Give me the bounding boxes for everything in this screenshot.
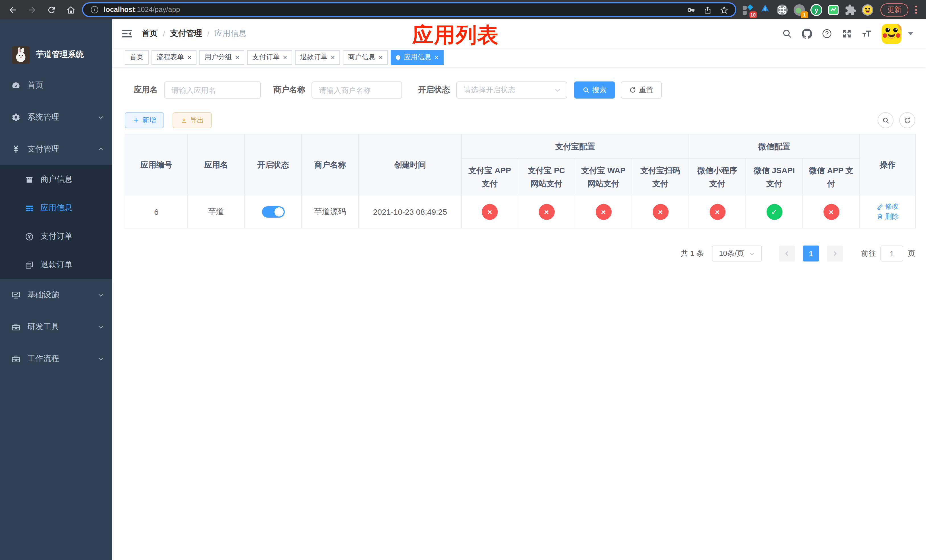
sidebar-item-infrastructure[interactable]: 基础设施	[0, 279, 112, 311]
tab-close-icon[interactable]: ×	[331, 54, 335, 61]
back-icon[interactable]	[5, 2, 21, 18]
tab-refund-orders[interactable]: 退款订单×	[295, 50, 340, 65]
tab-close-icon[interactable]: ×	[188, 54, 191, 61]
apps-table: 应用编号 应用名 开启状态 商户名称 创建时间 支付宝配置 微信配置 操作 支付…	[125, 134, 916, 229]
extension-recorder-icon[interactable]: 1	[793, 4, 805, 16]
refresh-icon	[629, 86, 636, 94]
sidebar-collapse-icon[interactable]	[121, 28, 133, 39]
alipay-wap-status-icon[interactable]: ×	[595, 204, 611, 219]
wechat-app-status-icon[interactable]: ×	[823, 204, 839, 219]
extension-chat-icon[interactable]	[828, 4, 840, 16]
sidebar-item-payment[interactable]: 支付管理	[0, 133, 112, 165]
search-icon[interactable]	[782, 29, 792, 39]
filter-form: 应用名 商户名称 开启状态 请选择开启状态 搜索 重置	[125, 82, 915, 98]
breadcrumb-home[interactable]: 首页	[142, 29, 158, 39]
toggle-search-button[interactable]	[878, 112, 894, 128]
search-button[interactable]: 搜索	[574, 82, 615, 98]
alipay-pc-status-icon[interactable]: ×	[539, 204, 554, 219]
forward-icon[interactable]	[24, 2, 40, 18]
tab-process-form[interactable]: 流程表单×	[151, 50, 197, 65]
browser-menu-icon[interactable]	[911, 6, 921, 14]
home-icon[interactable]	[63, 2, 79, 18]
fullscreen-icon[interactable]	[842, 29, 852, 39]
tab-close-icon[interactable]: ×	[283, 54, 287, 61]
col-alipay-wap: 支付宝 WAP 网站支付	[575, 159, 632, 195]
reload-icon[interactable]	[43, 2, 59, 18]
password-key-icon[interactable]	[687, 5, 695, 14]
cell-created: 2021-10-23 08:49:25	[359, 195, 461, 228]
refresh-table-button[interactable]	[899, 112, 915, 128]
extension-command-icon[interactable]	[776, 4, 788, 16]
avatar-caret-icon[interactable]	[908, 32, 914, 35]
coin-yen-icon	[25, 232, 33, 241]
tabs-bar: 首页 流程表单× 用户分组× 支付订单× 退款订单× 商户信息× 应用信息×	[112, 48, 926, 67]
browser-extensions: 10 1 y	[742, 4, 874, 16]
sidebar-item-refund-orders[interactable]: 退款订单	[0, 251, 112, 279]
wechat-mini-status-icon[interactable]: ×	[709, 204, 725, 219]
alipay-app-status-icon[interactable]: ×	[482, 204, 498, 219]
sidebar-item-pay-orders[interactable]: 支付订单	[0, 222, 112, 251]
tab-merchant-info[interactable]: 商户信息×	[343, 50, 388, 65]
sidebar-item-system[interactable]: 系统管理	[0, 101, 112, 133]
tab-pay-orders[interactable]: 支付订单×	[247, 50, 292, 65]
tab-close-icon[interactable]: ×	[235, 54, 239, 61]
site-info-icon[interactable]	[90, 5, 99, 14]
add-button[interactable]: 新增	[125, 112, 164, 128]
tab-home[interactable]: 首页	[125, 50, 149, 65]
table-toolbar: 新增 导出	[125, 112, 915, 128]
col-alipay-qr: 支付宝扫码支付	[632, 159, 689, 195]
wechat-jsapi-status-icon[interactable]: ✓	[766, 204, 782, 219]
pagination-total: 共 1 条	[681, 248, 704, 259]
sidebar-item-label: 研发工具	[27, 322, 97, 332]
tab-close-icon[interactable]: ×	[434, 54, 439, 61]
breadcrumb-separator: /	[163, 29, 165, 38]
extension-y-icon[interactable]: y	[810, 4, 822, 16]
chevron-left-icon	[784, 250, 790, 257]
bookmark-star-icon[interactable]	[720, 5, 728, 14]
breadcrumb-payment[interactable]: 支付管理	[170, 29, 202, 39]
sidebar-item-merchant-info[interactable]: 商户信息	[0, 165, 112, 194]
dashboard-icon	[11, 81, 21, 90]
sidebar-item-workflow[interactable]: 工作流程	[0, 343, 112, 375]
delete-link[interactable]: 删除	[876, 212, 899, 221]
reset-button[interactable]: 重置	[621, 82, 662, 98]
extension-puzzle-icon[interactable]	[844, 4, 856, 16]
address-bar[interactable]: localhost:1024/pay/app	[82, 2, 736, 17]
page-size-select[interactable]: 10条/页	[712, 245, 762, 262]
app-logo-row[interactable]: 芋道管理系统	[0, 20, 112, 70]
edit-pencil-icon	[876, 203, 883, 210]
help-icon[interactable]	[822, 29, 832, 39]
extension-emoji-icon[interactable]	[862, 4, 874, 16]
sidebar-item-app-info[interactable]: 应用信息	[0, 194, 112, 222]
merchant-name-input[interactable]	[319, 86, 395, 94]
edit-link[interactable]: 修改	[876, 202, 899, 211]
reset-button-label: 重置	[639, 85, 653, 95]
font-size-icon[interactable]	[862, 29, 872, 39]
user-avatar[interactable]	[882, 24, 902, 44]
sidebar-submenu-payment: 商户信息 应用信息 支付订单 退款订单	[0, 165, 112, 279]
enabled-toggle[interactable]	[262, 206, 284, 217]
monitor-chart-icon	[11, 291, 21, 300]
sidebar-item-dev-tools[interactable]: 研发工具	[0, 311, 112, 343]
tab-app-info[interactable]: 应用信息×	[391, 50, 443, 65]
goto-page-input[interactable]	[881, 245, 903, 262]
tab-label: 商户信息	[348, 52, 375, 62]
sidebar-item-home[interactable]: 首页	[0, 70, 112, 101]
status-select[interactable]: 请选择开启状态	[456, 82, 567, 98]
export-button[interactable]: 导出	[172, 112, 212, 128]
github-icon[interactable]	[802, 29, 812, 39]
extension-kite-icon[interactable]	[759, 4, 771, 16]
prev-page-button[interactable]	[779, 245, 795, 262]
tab-user-group[interactable]: 用户分组×	[199, 50, 244, 65]
page-number-1[interactable]: 1	[803, 245, 819, 262]
alipay-qr-status-icon[interactable]: ×	[652, 204, 668, 219]
extension-blocks-icon[interactable]: 10	[742, 4, 754, 16]
share-icon[interactable]	[703, 5, 712, 14]
delete-link-label: 删除	[885, 212, 899, 221]
chevron-right-icon	[831, 250, 838, 257]
browser-update-button[interactable]: 更新	[881, 3, 908, 16]
status-select-placeholder: 请选择开启状态	[464, 85, 554, 95]
next-page-button[interactable]	[827, 245, 843, 262]
tab-close-icon[interactable]: ×	[379, 54, 383, 61]
app-name-input[interactable]	[171, 86, 253, 94]
